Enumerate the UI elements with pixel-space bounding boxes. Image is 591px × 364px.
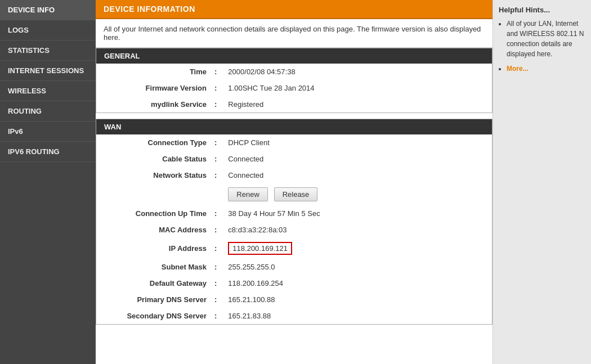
table-row: mydlink Service : Registered [96,96,492,113]
time-label: Time [96,64,209,80]
secondary-dns-colon: : [209,308,222,324]
sidebar-item-device-info[interactable]: DEVICE INFO [0,0,96,20]
connection-type-colon: : [209,134,222,151]
table-row: Primary DNS Server : 165.21.100.88 [96,291,492,308]
primary-dns-label: Primary DNS Server [96,291,209,308]
table-row: Cable Status : Connected [96,151,492,167]
sidebar-item-wireless[interactable]: WIRELESS [0,81,96,101]
general-table: Time : 2000/02/08 04:57:38 Firmware Vers… [96,64,492,113]
main-content: DEVICE INFORMATION All of your Internet … [96,0,492,364]
cable-status-value: Connected [222,151,492,167]
sidebar-item-statistics[interactable]: STATISTICS [0,41,96,61]
table-row: Firmware Version : 1.00SHC Tue 28 Jan 20… [96,80,492,96]
buttons-colon [209,183,222,205]
table-row: MAC Address : c8:d3:a3:22:8a:03 [96,222,492,238]
wan-section-header: WAN [96,119,492,134]
firmware-value: 1.00SHC Tue 28 Jan 2014 [222,80,492,96]
mydlink-label: mydlink Service [96,96,209,113]
subnet-mask-label: Subnet Mask [96,259,209,275]
table-row: Time : 2000/02/08 04:57:38 [96,64,492,80]
page-description: All of your Internet and network connect… [96,19,492,48]
ip-address-label: IP Address [96,238,209,259]
sidebar-item-ipv6-routing[interactable]: IPV6 ROUTING [0,142,96,162]
network-status-colon: : [209,167,222,183]
cable-status-label: Cable Status [96,151,209,167]
time-value: 2000/02/08 04:57:38 [222,64,492,80]
ip-address-highlighted: 118.200.169.121 [228,242,292,255]
subnet-mask-colon: : [209,259,222,275]
sidebar-item-routing[interactable]: ROUTING [0,101,96,122]
ip-address-colon: : [209,238,222,259]
connection-up-time-value: 38 Day 4 Hour 57 Min 5 Sec [222,205,492,222]
primary-dns-colon: : [209,291,222,308]
connection-type-label: Connection Type [96,134,209,151]
table-row: Default Gateway : 118.200.169.254 [96,275,492,291]
cable-status-colon: : [209,151,222,167]
connection-type-value: DHCP Client [222,134,492,151]
right-panel: Helpful Hints... All of your LAN, Intern… [492,0,591,364]
default-gateway-value: 118.200.169.254 [222,275,492,291]
sidebar-item-ipv6[interactable]: IPv6 [0,122,96,142]
subnet-mask-value: 255.255.255.0 [222,259,492,275]
mac-address-label: MAC Address [96,222,209,238]
buttons-spacer [96,183,209,205]
sidebar-item-internet-sessions[interactable]: INTERNET SESSIONS [0,61,96,81]
mydlink-colon: : [209,96,222,113]
secondary-dns-value: 165.21.83.88 [222,308,492,324]
page-header: DEVICE INFORMATION [96,0,492,19]
table-row: Subnet Mask : 255.255.255.0 [96,259,492,275]
table-row: Renew Release [96,183,492,205]
firmware-label: Firmware Version [96,80,209,96]
network-status-label: Network Status [96,167,209,183]
mac-address-colon: : [209,222,222,238]
table-row: Connection Type : DHCP Client [96,134,492,151]
ip-address-value-cell: 118.200.169.121 [222,238,492,259]
network-status-value: Connected [222,167,492,183]
hint-more-item: More... [507,64,585,74]
wan-table: Connection Type : DHCP Client Cable Stat… [96,134,492,324]
wan-section: WAN Connection Type : DHCP Client Cable … [96,119,492,325]
primary-dns-value: 165.21.100.88 [222,291,492,308]
default-gateway-colon: : [209,275,222,291]
hints-title: Helpful Hints... [499,6,585,14]
more-link[interactable]: More... [507,65,529,73]
time-colon: : [209,64,222,80]
table-row: IP Address : 118.200.169.121 [96,238,492,259]
mydlink-value: Registered [222,96,492,113]
renew-button[interactable]: Renew [228,187,267,201]
default-gateway-label: Default Gateway [96,275,209,291]
sidebar-item-logs[interactable]: LOGS [0,20,96,41]
secondary-dns-label: Secondary DNS Server [96,308,209,324]
mac-address-value: c8:d3:a3:22:8a:03 [222,222,492,238]
release-button[interactable]: Release [274,187,318,201]
general-section: GENERAL Time : 2000/02/08 04:57:38 Firmw… [96,48,492,113]
table-row: Network Status : Connected [96,167,492,183]
firmware-colon: : [209,80,222,96]
page-title: DEVICE INFORMATION [104,5,485,14]
connection-up-time-label: Connection Up Time [96,205,209,222]
buttons-cell: Renew Release [222,183,492,205]
sidebar: DEVICE INFO LOGS STATISTICS INTERNET SES… [0,0,96,364]
general-section-header: GENERAL [96,48,492,64]
hints-list: All of your LAN, Internet and WIRELESS 8… [499,19,585,74]
hint-item: All of your LAN, Internet and WIRELESS 8… [507,19,585,59]
connection-up-time-colon: : [209,205,222,222]
table-row: Secondary DNS Server : 165.21.83.88 [96,308,492,324]
table-row: Connection Up Time : 38 Day 4 Hour 57 Mi… [96,205,492,222]
